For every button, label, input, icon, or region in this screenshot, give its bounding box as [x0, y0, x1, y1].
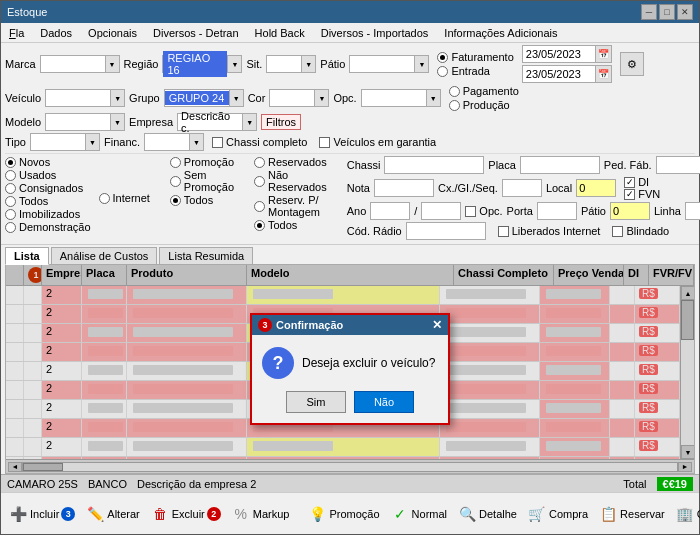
novos-radio[interactable]: Novos — [5, 156, 91, 168]
chassi-check[interactable]: Chassi completo — [212, 136, 307, 148]
veiculos-garantia-checkbox[interactable] — [319, 137, 330, 148]
consignados-radio[interactable]: Consignados — [5, 182, 91, 194]
excluir-button[interactable]: 🗑 Excluir 2 — [147, 502, 224, 526]
chassi-checkbox[interactable] — [212, 137, 223, 148]
menu-dados[interactable]: Dados — [36, 26, 76, 40]
date-field-2[interactable]: 23/05/2023 📅 — [522, 65, 612, 83]
patio-combo-arrow[interactable]: ▼ — [414, 56, 428, 72]
opc-check[interactable]: Opc. — [465, 205, 502, 217]
date-btn-1[interactable]: 📅 — [595, 46, 611, 62]
tipo-combo[interactable]: ▼ — [30, 133, 100, 151]
veiculos-garantia-check[interactable]: Veículos em garantia — [319, 136, 436, 148]
opc-checkbox[interactable] — [465, 206, 476, 217]
liberados-internet-checkbox[interactable] — [498, 226, 509, 237]
settings-button[interactable]: ⚙ — [620, 52, 644, 76]
nao-reservados-radio[interactable]: Não Reservados — [254, 169, 327, 193]
veiculo-combo-arrow[interactable]: ▼ — [110, 90, 124, 106]
usados-radio-btn[interactable] — [5, 170, 16, 181]
tab-analise[interactable]: Análise de Custos — [51, 247, 158, 264]
reservados-radio[interactable]: Reservados — [254, 156, 327, 168]
cor-combo[interactable]: ▼ — [269, 89, 329, 107]
sem-promocao-radio-btn[interactable] — [170, 176, 181, 187]
ped-fab-input[interactable] — [656, 156, 700, 174]
date-field-1[interactable]: 23/05/2023 📅 — [522, 45, 612, 63]
linha-input[interactable] — [685, 202, 700, 220]
producao-radio[interactable]: Produção — [449, 99, 519, 111]
chassi-input[interactable] — [384, 156, 484, 174]
di-check[interactable]: ✓ DI — [624, 176, 660, 188]
local-input[interactable] — [576, 179, 616, 197]
producao-radio-btn[interactable] — [449, 100, 460, 111]
faturamento-radio[interactable]: Faturamento — [437, 51, 513, 63]
marca-combo-arrow[interactable]: ▼ — [105, 56, 119, 72]
promocao-radio[interactable]: Promoção — [170, 156, 234, 168]
internet-radio[interactable]: Internet — [99, 192, 150, 204]
ano-input2[interactable] — [421, 202, 461, 220]
reservar-button[interactable]: 📋 Reservar — [595, 502, 668, 526]
menu-diversos-detran[interactable]: Diversos - Detran — [149, 26, 243, 40]
internet-radio-btn[interactable] — [99, 193, 110, 204]
menu-diversos-importados[interactable]: Diversos - Importados — [317, 26, 433, 40]
modal-close-button[interactable]: ✕ — [432, 318, 442, 332]
opc-combo[interactable]: ▼ — [361, 89, 441, 107]
normal-button[interactable]: ✓ Normal — [387, 502, 450, 526]
pagamento-radio[interactable]: Pagamento — [449, 85, 519, 97]
maximize-button[interactable]: □ — [659, 4, 675, 20]
markup-button[interactable]: % Markup — [228, 502, 293, 526]
placa-input[interactable] — [520, 156, 600, 174]
menu-informacoes[interactable]: Informações Adicionais — [440, 26, 561, 40]
todos3-radio-btn[interactable] — [254, 220, 265, 231]
todos3-radio[interactable]: Todos — [254, 219, 327, 231]
pagamento-radio-btn[interactable] — [449, 86, 460, 97]
cor-combo-arrow[interactable]: ▼ — [314, 90, 328, 106]
tipo-combo-arrow[interactable]: ▼ — [85, 134, 99, 150]
menu-hold-back[interactable]: Hold Back — [251, 26, 309, 40]
modelo-combo-arrow[interactable]: ▼ — [110, 114, 124, 130]
imobilizados-radio-btn[interactable] — [5, 209, 16, 220]
modal-sim-button[interactable]: Sim — [286, 391, 346, 413]
di-checkbox[interactable]: ✓ — [624, 177, 635, 188]
todos-radio[interactable]: Todos — [5, 195, 91, 207]
reservados-radio-btn[interactable] — [254, 157, 265, 168]
fvn-checkbox[interactable]: ✓ — [624, 189, 635, 200]
empresa-combo-arrow[interactable]: ▼ — [242, 114, 256, 130]
modal-nao-button[interactable]: Não — [354, 391, 414, 413]
tab-lista-resumida[interactable]: Lista Resumida — [159, 247, 253, 264]
liberados-internet-check[interactable]: Liberados Internet — [498, 225, 601, 237]
empresa-combo[interactable]: Descricão c. ▼ — [177, 113, 257, 131]
usados-radio[interactable]: Usados — [5, 169, 91, 181]
menu-fla[interactable]: Fla — [5, 26, 28, 40]
compra-button[interactable]: 🛒 Compra — [524, 502, 591, 526]
ano-input[interactable] — [370, 202, 410, 220]
todos2-radio[interactable]: Todos — [170, 194, 234, 206]
cx-gi-input[interactable] — [502, 179, 542, 197]
financ-combo-arrow[interactable]: ▼ — [189, 134, 203, 150]
tab-lista[interactable]: Lista — [5, 247, 49, 265]
sem-promocao-radio[interactable]: Sem Promoção — [170, 169, 234, 193]
nota-input[interactable] — [374, 179, 434, 197]
alterar-button[interactable]: ✏️ Alterar — [82, 502, 142, 526]
close-button[interactable]: ✕ — [677, 4, 693, 20]
financ-combo[interactable]: ▼ — [144, 133, 204, 151]
faturamento-radio-btn[interactable] — [437, 52, 448, 63]
todos2-radio-btn[interactable] — [170, 195, 181, 206]
veiculo-combo[interactable]: ▼ — [45, 89, 125, 107]
detalhe-button[interactable]: 🔍 Detalhe — [454, 502, 520, 526]
reserv-montagem-radio-btn[interactable] — [254, 201, 265, 212]
demonstracao-radio[interactable]: Demonstração — [5, 221, 91, 233]
incluir-button[interactable]: ➕ Incluir 3 — [5, 502, 78, 526]
promocao-button[interactable]: 💡 Promoção — [304, 502, 382, 526]
porta-input[interactable] — [537, 202, 577, 220]
nao-reservados-radio-btn[interactable] — [254, 176, 265, 187]
regiao-combo[interactable]: REGIAO 16 ▼ — [162, 55, 242, 73]
sit-combo[interactable]: ▼ — [266, 55, 316, 73]
marca-combo[interactable]: ▼ — [40, 55, 120, 73]
blindado-checkbox[interactable] — [612, 226, 623, 237]
novos-radio-btn[interactable] — [5, 157, 16, 168]
blindado-check[interactable]: Blindado — [612, 225, 669, 237]
date-btn-2[interactable]: 📅 — [595, 66, 611, 82]
fvn-check[interactable]: ✓ FVN — [624, 188, 660, 200]
imobilizados-radio[interactable]: Imobilizados — [5, 208, 91, 220]
minimize-button[interactable]: ─ — [641, 4, 657, 20]
entrada-radio[interactable]: Entrada — [437, 65, 513, 77]
